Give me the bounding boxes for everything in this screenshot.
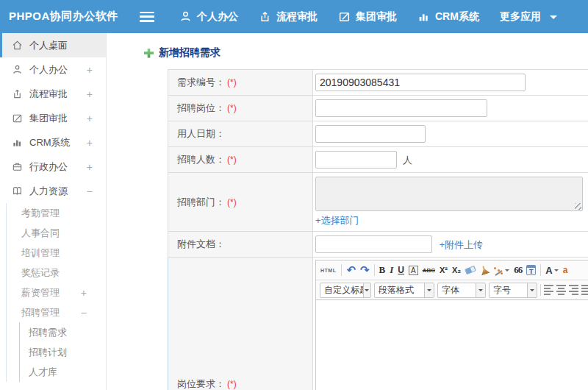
sidebar-item-group-approval[interactable]: 集团审批 + [0,106,106,130]
sidebar-item-recruit-plan[interactable]: 招聘计划 [20,342,106,362]
user-icon [179,10,192,23]
sidebar-item-rewards[interactable]: 奖惩记录 [7,263,106,283]
underline-button[interactable]: U [398,265,404,275]
form-row-position: 招聘岗位：(*) [168,96,588,121]
sidebar-item-admin-office[interactable]: 行政办公 + [0,155,106,179]
paragraph-format-select[interactable]: 段落格式 [374,283,434,298]
form-value-cell: +附件上传 [313,232,588,258]
sidebar-item-human-resources[interactable]: 人力资源 − [0,179,106,203]
sidebar-item-attendance[interactable]: 考勤管理 [7,203,106,223]
caret-down-icon [554,269,559,274]
expand-icon[interactable]: + [87,89,93,99]
position-input[interactable] [315,99,487,117]
sidebar-item-personal-office[interactable]: 个人办公 + [0,57,106,82]
format-painter-button[interactable] [493,266,509,275]
sidebar-item-salary[interactable]: 薪资管理 + [7,283,106,302]
expand-icon[interactable]: + [87,113,93,124]
font-size-select[interactable]: 字号 [489,283,537,298]
sidebar-item-talent-pool[interactable]: 人才库 [20,362,106,382]
sidebar-item-recruitment[interactable]: 招聘管理 − [7,302,106,322]
demand-no-input[interactable] [315,74,526,91]
headcount-input[interactable] [315,151,397,169]
caret-down-icon [424,283,434,297]
form-value-cell: HTML ↶ ↷ B I U A ABC X² X₂ [313,258,588,390]
required-mark: (*) [227,155,237,165]
attachment-upload-link[interactable]: +附件上传 [439,239,483,250]
form-value-cell [313,70,588,96]
nav-workflow-approval[interactable]: 流程审批 [259,10,318,24]
caret-down-icon [476,283,485,297]
sidebar-item-training[interactable]: 培训管理 [7,243,106,263]
select-department-link[interactable]: +选择部门 [315,214,359,227]
field-label: 招聘岗位： [177,102,225,113]
form-label-cell: 需求编号：(*) [168,70,313,96]
nav-crm-system[interactable]: CRM系统 [417,10,479,24]
sidebar-item-label: CRM系统 [29,136,71,149]
field-label: 招聘部门： [177,196,225,208]
font-color-button[interactable]: A [545,265,558,276]
toolbar-separator [540,264,541,276]
align-left-button[interactable] [544,285,553,295]
align-right-button[interactable] [569,285,578,295]
expand-icon[interactable]: + [81,288,87,298]
home-icon [12,40,23,51]
eraser-icon [465,266,476,275]
nav-group-approval[interactable]: 集团审批 [338,10,397,24]
eraser-button[interactable] [465,267,476,273]
collapse-icon[interactable]: − [87,186,93,196]
font-family-select[interactable]: 字体 [437,283,486,298]
paste-as-text-button[interactable]: T [526,265,536,275]
department-textarea[interactable] [315,177,583,211]
sidebar-item-label: 薪资管理 [21,286,60,299]
clear-format-button[interactable] [480,266,489,274]
custom-heading-select[interactable]: 自定义标题 [320,283,371,298]
align-justify-button[interactable] [581,285,588,295]
background-color-button[interactable]: a [563,265,568,275]
collapse-icon[interactable]: − [81,308,87,318]
undo-button[interactable]: ↶ [346,263,356,277]
nav-more-apps[interactable]: 更多应用 [500,10,557,24]
workflow-icon [12,88,23,99]
attachment-input[interactable] [315,235,432,253]
recruitment-submenu: 招聘需求 招聘计划 人才库 [19,322,106,382]
caret-down-icon [550,15,557,23]
editor-content[interactable] [316,300,588,390]
add-icon [144,49,154,58]
sidebar-item-label: 招聘管理 [21,306,60,319]
sidebar-item-label: 考勤管理 [21,207,60,220]
italic-button[interactable]: I [390,264,393,276]
sidebar-item-recruit-demand[interactable]: 招聘需求 [20,322,106,342]
format-painter-icon [493,266,503,275]
bold-button[interactable]: B [379,264,386,276]
form-label-cell: 招聘岗位：(*) [168,96,313,121]
expand-icon[interactable]: + [87,162,93,172]
expand-icon[interactable]: + [87,138,93,148]
strikethrough-button[interactable]: ABC [423,267,435,274]
superscript-button[interactable]: X² [440,266,448,274]
align-center-button[interactable] [556,285,566,295]
sidebar-item-personal-desktop[interactable]: 个人桌面 [0,33,106,57]
menu-icon[interactable] [140,12,154,22]
hr-submenu: 考勤管理 人事合同 培训管理 奖惩记录 薪资管理 + 招聘管理 − 招聘需求 [6,203,106,382]
form-value-cell: +选择部门 [313,173,588,232]
subscript-button[interactable]: X₂ [452,266,461,274]
form-label-cell: 招聘部门：(*) [168,173,313,232]
sidebar-item-hr-contract[interactable]: 人事合同 [7,223,106,243]
sidebar-item-workflow-approval[interactable]: 流程审批 + [0,82,106,106]
nav-personal-office[interactable]: 个人办公 [179,10,238,24]
caret-down-icon [505,269,509,274]
nav-label: 流程审批 [276,10,318,24]
required-mark: (*) [227,379,237,389]
sidebar-item-crm-system[interactable]: CRM系统 + [0,130,106,155]
expand-icon[interactable]: + [87,65,93,75]
font-style-button[interactable]: A [409,266,418,275]
redo-button[interactable]: ↷ [360,263,370,277]
html-source-button[interactable]: HTML [320,267,337,274]
page-title: 新增招聘需求 [159,46,220,60]
blockquote-button[interactable]: 66 [514,264,522,276]
required-mark: (*) [227,197,237,208]
sidebar-item-label: 流程审批 [29,88,68,101]
hire-date-input[interactable] [315,125,426,143]
nav-label: 更多应用 [500,10,541,24]
form-label-cell: 用人日期： [168,121,313,147]
